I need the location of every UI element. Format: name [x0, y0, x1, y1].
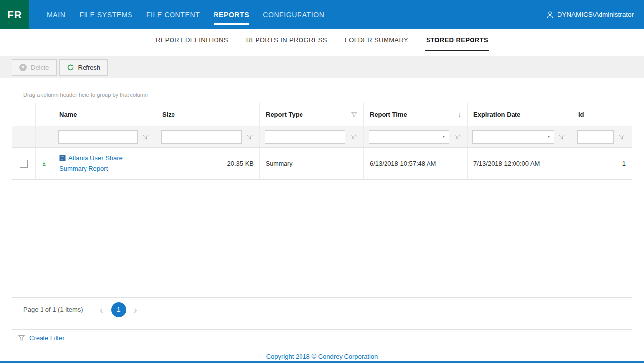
pagination-summary: Page 1 of 1 (1 items) — [23, 306, 83, 313]
row-name-cell: Atlanta User Share Summary Report — [53, 148, 156, 179]
nav-item-main[interactable]: MAIN — [40, 0, 72, 29]
top-nav-bar: FR MAIN FILE SYSTEMS FILE CONTENT REPORT… — [0, 0, 644, 29]
size-filter-input[interactable] — [161, 130, 242, 144]
download-filter-cell — [36, 126, 53, 147]
user-icon — [546, 11, 554, 19]
row-id-cell: 1 — [572, 148, 632, 179]
column-header-expiration-date[interactable]: Expiration Date — [468, 103, 572, 126]
report-name-link[interactable]: Atlanta User Share Summary Report — [59, 153, 150, 173]
group-by-drop-zone[interactable]: Drag a column header here to group by th… — [12, 87, 632, 103]
report-type-filter-icon[interactable] — [347, 130, 359, 144]
select-column-header — [12, 103, 36, 126]
next-page-icon[interactable]: › — [131, 304, 140, 315]
column-header-id[interactable]: Id — [572, 103, 632, 126]
report-time: 6/13/2018 10:57:48 AM — [370, 160, 436, 167]
filter-panel: Create Filter — [12, 329, 632, 346]
column-header-report-time[interactable]: Report Time ↓ — [364, 103, 468, 126]
name-filter-input[interactable] — [58, 130, 138, 144]
row-report-type-cell: Summary — [260, 148, 364, 179]
expiration-date-filter-cell: ▼ — [468, 126, 572, 147]
nav-item-file-content[interactable]: FILE CONTENT — [139, 0, 207, 29]
column-header-name-label: Name — [59, 111, 77, 118]
download-icon[interactable] — [42, 160, 47, 168]
sort-descending-icon[interactable]: ↓ — [458, 111, 462, 118]
previous-page-icon[interactable]: ‹ — [97, 304, 106, 315]
filter-icon — [18, 335, 25, 341]
report-time-filter-icon[interactable] — [451, 130, 463, 144]
refresh-button[interactable]: Refresh — [59, 59, 108, 76]
user-name: DYNAMICS\Administrator — [557, 11, 634, 18]
column-header-report-time-label: Report Time — [370, 111, 407, 118]
tab-stored-reports[interactable]: STORED REPORTS — [421, 29, 494, 51]
table-row: Atlanta User Share Summary Report 20.35 … — [12, 148, 632, 180]
expiration-date-filter-icon[interactable] — [556, 130, 568, 144]
report-type-filter-input[interactable] — [265, 130, 345, 144]
column-header-report-type-label: Report Type — [266, 111, 303, 118]
main-nav: MAIN FILE SYSTEMS FILE CONTENT REPORTS C… — [40, 0, 331, 29]
delete-icon: ✕ — [19, 64, 27, 71]
tab-folder-summary[interactable]: FOLDER SUMMARY — [340, 29, 414, 51]
grid-filter-row: ▼ ▼ — [12, 126, 632, 148]
report-name-text: Atlanta User Share Summary Report — [59, 154, 123, 172]
row-select-cell — [12, 148, 36, 179]
reports-tab-bar: REPORT DEFINITIONS REPORTS IN PROGRESS F… — [0, 29, 644, 51]
row-expiration-date-cell: 7/13/2018 12:00:00 AM — [468, 148, 572, 179]
refresh-icon — [67, 64, 74, 71]
tab-report-definitions[interactable]: REPORT DEFINITIONS — [150, 29, 234, 51]
column-header-size-label: Size — [162, 111, 175, 118]
id-filter-cell — [572, 126, 632, 147]
filter-icon[interactable] — [351, 112, 357, 118]
refresh-button-label: Refresh — [78, 64, 101, 71]
expiration-date: 7/13/2018 12:00:00 AM — [473, 160, 540, 167]
chevron-down-icon[interactable]: ▼ — [544, 135, 554, 139]
nav-item-file-systems[interactable]: FILE SYSTEMS — [72, 0, 139, 29]
page-number-button[interactable]: 1 — [111, 302, 126, 317]
report-size: 20.35 KB — [227, 160, 254, 167]
report-document-icon — [59, 155, 66, 161]
id-filter-input[interactable] — [577, 130, 614, 144]
row-checkbox[interactable] — [20, 160, 28, 168]
report-type: Summary — [266, 160, 292, 167]
app-logo: FR — [0, 0, 29, 29]
row-report-time-cell: 6/13/2018 10:57:48 AM — [364, 148, 468, 179]
app-window: FR MAIN FILE SYSTEMS FILE CONTENT REPORT… — [0, 0, 644, 360]
create-filter-link[interactable]: Create Filter — [29, 334, 65, 342]
column-header-id-label: Id — [578, 111, 584, 118]
id-filter-icon[interactable] — [616, 130, 628, 144]
row-size-cell: 20.35 KB — [156, 148, 260, 179]
row-download-cell — [36, 148, 53, 179]
delete-button[interactable]: ✕ Delete — [12, 59, 57, 76]
toolbar: ✕ Delete Refresh — [0, 56, 644, 78]
report-type-filter-cell — [260, 126, 364, 147]
download-column-header — [36, 103, 53, 126]
tab-reports-in-progress[interactable]: REPORTS IN PROGRESS — [241, 29, 333, 51]
expiration-date-filter-select[interactable]: ▼ — [472, 130, 554, 144]
report-id: 1 — [622, 160, 626, 167]
grid-header-row: Name Size Report Type Report Time ↓ Expi… — [12, 103, 632, 126]
size-filter-icon[interactable] — [244, 130, 256, 144]
name-filter-icon[interactable] — [140, 130, 152, 144]
grid-empty-area — [12, 180, 632, 297]
report-time-filter-cell: ▼ — [364, 126, 468, 147]
chevron-down-icon[interactable]: ▼ — [439, 135, 449, 139]
user-menu[interactable]: DYNAMICS\Administrator — [546, 0, 644, 29]
stored-reports-grid: Drag a column header here to group by th… — [12, 87, 632, 321]
size-filter-cell — [156, 126, 260, 147]
name-filter-cell — [53, 126, 156, 147]
select-filter-cell — [12, 126, 36, 147]
column-header-expiration-date-label: Expiration Date — [473, 111, 520, 118]
column-header-name[interactable]: Name — [53, 103, 156, 126]
pagination-bar: Page 1 of 1 (1 items) ‹ 1 › — [12, 297, 632, 321]
report-time-filter-select[interactable]: ▼ — [369, 130, 449, 144]
column-header-report-type[interactable]: Report Type — [260, 103, 364, 126]
nav-item-reports[interactable]: REPORTS — [207, 0, 256, 29]
column-header-size[interactable]: Size — [156, 103, 260, 126]
delete-button-label: Delete — [31, 64, 49, 71]
report-time-filter-input[interactable] — [369, 131, 439, 143]
expiration-date-filter-input[interactable] — [473, 131, 544, 143]
nav-item-configuration[interactable]: CONFIGURATION — [256, 0, 331, 29]
footer-copyright: Copyright 2018 © Condrey Corporation — [0, 353, 644, 360]
